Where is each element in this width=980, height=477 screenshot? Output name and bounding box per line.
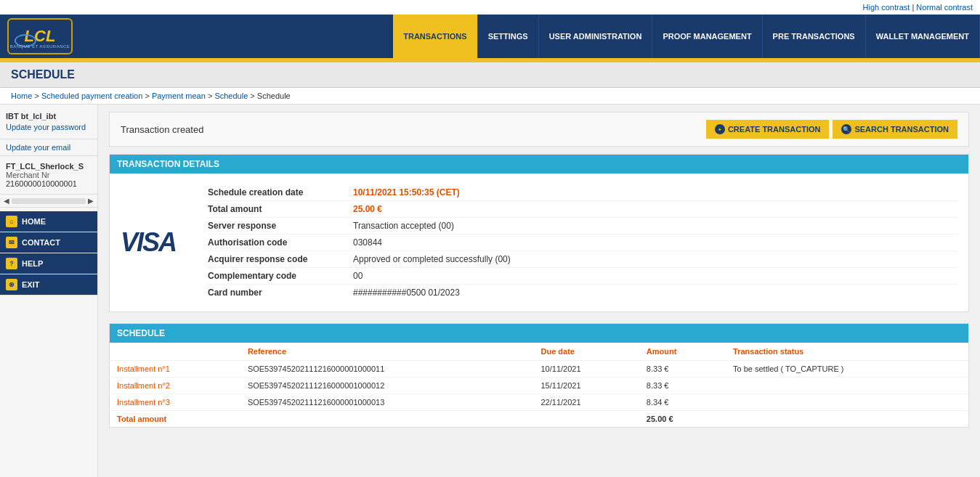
scroll-left-icon[interactable]: ◀ — [4, 197, 9, 205]
breadcrumb-schedule1[interactable]: Schedule — [214, 91, 248, 100]
total-empty-3 — [726, 411, 968, 428]
col-due-date: Due date — [533, 343, 639, 361]
detail-value-amount: 25.00 € — [353, 204, 382, 214]
table-row: Installment n°1 SOE539745202111216000001… — [110, 361, 968, 378]
merchant-num: 2160000010000001 — [6, 179, 92, 188]
breadcrumb-scheduled[interactable]: Scheduled payment creation — [41, 91, 142, 100]
table-row: Installment n°2 SOE539745202111216000001… — [110, 378, 968, 394]
action-buttons: + CREATE TRANSACTION 🔍 SEARCH TRANSACTIO… — [706, 120, 957, 139]
detail-row-date: Schedule creation date 10/11/2021 15:50:… — [208, 184, 957, 201]
sidebar-item-exit[interactable]: ⊗ EXIT — [0, 274, 97, 295]
total-empty-2 — [533, 411, 639, 428]
normal-contrast-link[interactable]: Normal contrast — [916, 3, 973, 12]
success-bar: Transaction created + CREATE TRANSACTION… — [109, 112, 969, 147]
sidebar-item-help[interactable]: ? HELP — [0, 253, 97, 274]
sidebar-scroll: ◀ ▶ — [0, 195, 97, 208]
nav-tab-transactions[interactable]: TRANSACTIONS — [393, 15, 477, 58]
nav-tabs: TRANSACTIONS SETTINGS USER ADMINISTRATIO… — [393, 15, 980, 58]
sidebar-exit-label: EXIT — [22, 280, 39, 289]
detail-row-comp: Complementary code 00 — [208, 268, 957, 285]
nav-tab-wallet[interactable]: WALLET MANAGEMENT — [866, 15, 980, 58]
detail-row-acquirer: Acquirer response code Approved or compl… — [208, 251, 957, 268]
sidebar-user-info: IBT bt_lcl_ibt Update your password — [0, 105, 97, 139]
detail-label-comp: Complementary code — [208, 271, 353, 281]
col-reference: Reference — [240, 343, 534, 361]
header: LCL BANQUE ET ASSURANCE TRANSACTIONS SET… — [0, 15, 980, 58]
sidebar-nav: ⌂ HOME ✉ CONTACT ? HELP ⊗ EXIT — [0, 211, 97, 295]
contact-icon: ✉ — [6, 237, 17, 248]
date-1: 10/11/2021 — [533, 361, 639, 378]
transaction-details-header: TRANSACTION DETAILS — [110, 155, 968, 174]
breadcrumb-payment[interactable]: Payment mean — [152, 91, 206, 100]
sidebar-item-home[interactable]: ⌂ HOME — [0, 211, 97, 232]
status-3 — [726, 394, 968, 411]
detail-value-card: ###########0500 01/2023 — [353, 288, 460, 298]
date-2: 15/11/2021 — [533, 378, 639, 394]
table-row: Installment n°3 SOE539745202111216000001… — [110, 394, 968, 411]
search-transaction-button[interactable]: 🔍 SEARCH TRANSACTION — [833, 120, 957, 139]
detail-value-comp: 00 — [353, 271, 363, 281]
high-contrast-link[interactable]: High contrast — [863, 3, 910, 12]
update-password-link[interactable]: Update your password — [6, 123, 92, 131]
scroll-bar — [12, 198, 86, 204]
total-label: Total amount — [110, 411, 240, 428]
schedule-section: SCHEDULE Reference Due date Amount Trans… — [109, 323, 969, 428]
user-id: IBT bt_lcl_ibt — [6, 112, 92, 121]
status-1: To be settled ( TO_CAPTURE ) — [726, 361, 968, 378]
total-empty-1 — [240, 411, 534, 428]
sidebar: IBT bt_lcl_ibt Update your password Upda… — [0, 105, 98, 477]
installment-3-link[interactable]: Installment n°3 — [117, 398, 170, 407]
amount-2: 8.33 € — [639, 378, 726, 394]
create-transaction-button[interactable]: + CREATE TRANSACTION — [706, 120, 830, 139]
help-icon: ? — [6, 258, 17, 269]
amount-3: 8.34 € — [639, 394, 726, 411]
sidebar-contact-label: CONTACT — [22, 238, 60, 247]
logo-subtitle: BANQUE ET ASSURANCE — [9, 44, 71, 49]
detail-label-auth: Authorisation code — [208, 237, 353, 248]
sidebar-merchant: FT_LCL_Sherlock_S Merchant Nr 2160000010… — [0, 156, 97, 195]
sidebar-item-contact[interactable]: ✉ CONTACT — [0, 232, 97, 253]
exit-icon: ⊗ — [6, 279, 17, 290]
total-amount: 25.00 € — [639, 411, 726, 428]
schedule-header: SCHEDULE — [110, 324, 968, 343]
detail-row-card: Card number ###########0500 01/2023 — [208, 285, 957, 301]
breadcrumb-home[interactable]: Home — [11, 91, 32, 100]
top-bar: High contrast | Normal contrast — [0, 0, 980, 15]
detail-label-amount: Total amount — [208, 204, 353, 214]
nav-tab-proof[interactable]: PROOF MANAGEMENT — [652, 15, 762, 58]
transaction-details-section: TRANSACTION DETAILS VISA Schedule creati… — [109, 154, 969, 312]
detail-value-auth: 030844 — [353, 237, 382, 248]
logo-area: LCL BANQUE ET ASSURANCE — [0, 15, 98, 58]
update-email-link[interactable]: Update your email — [6, 143, 70, 152]
total-row: Total amount 25.00 € — [110, 411, 968, 428]
merchant-name: FT_LCL_Sherlock_S — [6, 162, 92, 171]
details-body: VISA Schedule creation date 10/11/2021 1… — [110, 174, 968, 311]
contrast-separator: | — [912, 3, 914, 12]
ref-2: SOE539745202111216000001000012 — [240, 378, 534, 394]
visa-text: VISA — [121, 227, 176, 258]
detail-label-acquirer: Acquirer response code — [208, 254, 353, 264]
date-3: 22/11/2021 — [533, 394, 639, 411]
nav-tab-user-admin[interactable]: USER ADMINISTRATION — [539, 15, 653, 58]
col-installment — [110, 343, 240, 361]
nav-tab-pre-transactions[interactable]: PRE TRANSACTIONS — [763, 15, 866, 58]
detail-value-acquirer: Approved or completed successfully (00) — [353, 254, 511, 264]
installment-1-link[interactable]: Installment n°1 — [117, 364, 170, 373]
installment-2-link[interactable]: Installment n°2 — [117, 381, 170, 390]
detail-value-date: 10/11/2021 15:50:35 (CET) — [353, 187, 460, 197]
success-message: Transaction created — [121, 124, 203, 135]
nav-tab-settings[interactable]: SETTINGS — [478, 15, 539, 58]
detail-row-server: Server response Transaction accepted (00… — [208, 218, 957, 235]
amount-1: 8.33 € — [639, 361, 726, 378]
nav-spacer — [98, 15, 393, 58]
detail-row-auth: Authorisation code 030844 — [208, 235, 957, 251]
detail-label-card: Card number — [208, 288, 353, 298]
col-amount: Amount — [639, 343, 726, 361]
detail-label-server: Server response — [208, 221, 353, 231]
status-2 — [726, 378, 968, 394]
ref-1: SOE539745202111216000001000011 — [240, 361, 534, 378]
create-icon: + — [715, 124, 725, 134]
schedule-table: Reference Due date Amount Transaction st… — [110, 343, 968, 427]
search-icon: 🔍 — [841, 124, 851, 134]
scroll-right-icon[interactable]: ▶ — [88, 197, 94, 205]
